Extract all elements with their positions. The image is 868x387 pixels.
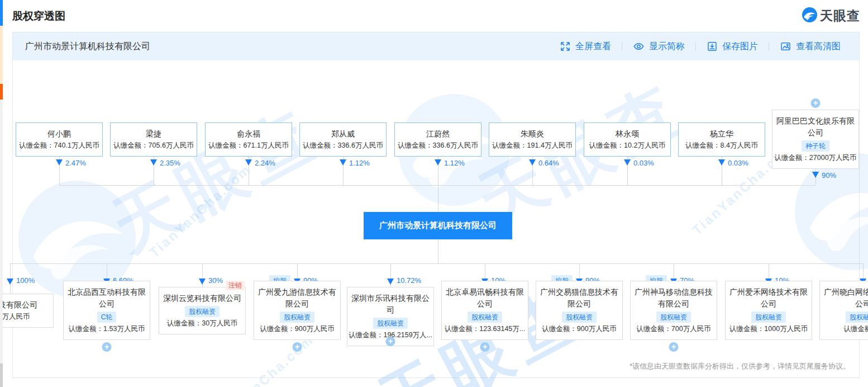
ownership-percent-label: 90%	[822, 171, 836, 180]
left-edge-strip-orange[interactable]	[0, 84, 3, 100]
shareholder-node[interactable]: 林永颂认缴金额：10.2万人民币	[584, 122, 671, 157]
subscribed-amount: 认缴金额：1000万人民币	[726, 323, 811, 334]
funding-round-tagline: 股权融资	[348, 316, 433, 329]
ownership-percent-label: 1.12%	[349, 159, 370, 167]
subsidiary-node[interactable]: 广州爱九游信息技术有限公司股权融资认缴金额：900万人民币	[254, 281, 341, 340]
subsidiary-node[interactable]: 息科技有限公司000万人民币	[0, 294, 54, 328]
toolbar-button-download[interactable]: 保存图片	[696, 41, 769, 53]
funding-round-tagline: 股权融资	[537, 310, 622, 323]
chart-toolbar: 广州市动景计算机科技有限公司 全屏查看显示简称保存图片查看高清图	[13, 32, 859, 60]
subsidiary-node[interactable]: 广州神马移动信息科技有限公司股权融资认缴金额：700万人民币	[630, 281, 717, 340]
subscribed-amount: 认缴金额：336.6万人民币	[301, 140, 385, 151]
funding-round-tag: 股权融资	[751, 312, 786, 323]
watermark-en-text: TianYanCha.com	[146, 161, 254, 261]
shareholder-node[interactable]: 杨立华认缴金额：8.4万人民币	[678, 122, 765, 157]
deregistered-status-badge: 注销	[226, 281, 245, 290]
funding-round-tagline: 股权融资	[442, 310, 527, 323]
shareholder-node[interactable]: 何小鹏认缴金额：740.1万人民币	[16, 122, 103, 157]
subscribed-amount: 000万人民币	[0, 311, 53, 322]
hd-image-icon	[780, 41, 791, 52]
subscribed-amount: 认缴金额：336.6万人民币	[395, 140, 480, 151]
arrow-down-icon	[529, 159, 536, 166]
subsidiary-name: 广州神马移动信息科技有限公司	[631, 286, 716, 310]
subscribed-amount: 认缴金额：705.6万人民币	[111, 140, 196, 151]
subsidiary-name: 广州爱九游信息技术有限公司	[255, 286, 340, 310]
toolbar-button-eye[interactable]: 显示简称	[622, 41, 695, 53]
ownership-percent-label: 0.64%	[538, 159, 559, 167]
subsidiary-node[interactable]: 深圳云览科技有限公司股权融资认缴金额：30万人民币	[159, 287, 246, 334]
tianyancha-logo[interactable]: 天眼查	[802, 7, 860, 25]
shareholder-node[interactable]: 朱顺炎认缴金额：191.4万人民币	[489, 122, 576, 157]
shareholder-name: 郑从威	[301, 128, 385, 140]
subscribed-amount: 认缴金额：191.4万人民币	[490, 140, 575, 151]
shareholder-name: 江蔚然	[395, 128, 480, 140]
toolbar-button-label: 保存图片	[722, 41, 758, 53]
subsidiary-node[interactable]: 广州晓白网络科技有限公司股权融资认缴金额：4	[819, 281, 868, 340]
expand-plus-icon[interactable]: +	[669, 342, 679, 352]
subscribed-amount: 认缴金额：900万人民币	[537, 323, 622, 334]
bottom-bus-line	[10, 263, 863, 264]
arrow-down-icon	[150, 159, 157, 166]
center-company-node[interactable]: 广州市动景计算机科技有限公司	[364, 212, 512, 239]
shareholder-node[interactable]: 梁捷认缴金额：705.6万人民币	[110, 122, 197, 157]
tianyancha-eye-icon	[802, 7, 817, 25]
toolbar-button-hd-image[interactable]: 查看高清图	[769, 41, 851, 53]
expand-plus-icon[interactable]: +	[293, 342, 302, 352]
shareholder-node[interactable]: 阿里巴巴文化娱乐有限公司种子轮认缴金额：27000万人民币	[772, 110, 859, 169]
ownership-percent-label: 2.24%	[255, 159, 275, 167]
expand-plus-icon[interactable]: +	[386, 337, 395, 346]
shareholder-name: 朱顺炎	[490, 128, 575, 140]
arrow-down-icon	[7, 279, 13, 285]
shareholder-node[interactable]: 江蔚然认缴金额：336.6万人民币	[394, 122, 481, 157]
chart-card: 广州市动景计算机科技有限公司 全屏查看显示简称保存图片查看高清图 天眼查Tian…	[12, 32, 860, 378]
subscribed-amount: 认缴金额：123.63145万...	[442, 323, 527, 334]
watermark-cn-text: 天眼查	[97, 89, 335, 272]
funding-round-tagline: 股权融资	[726, 310, 811, 323]
subscribed-amount: 认缴金额：30万人民币	[160, 318, 245, 329]
shareholder-name: 阿里巴巴文化娱乐有限公司	[773, 115, 858, 139]
toolbar-button-label: 查看高清图	[796, 41, 841, 53]
subscribed-amount: 认缴金额：8.4万人民币	[679, 140, 764, 151]
download-icon	[707, 41, 718, 52]
left-edge-strip-blue	[0, 0, 3, 26]
subsidiary-node[interactable]: 广州交易猫信息技术有限公司股权融资认缴金额：900万人民币	[536, 281, 623, 340]
left-edge-strip-gray	[0, 100, 3, 364]
subsidiary-name: 息科技有限公司	[0, 299, 53, 311]
fullscreen-icon	[560, 41, 571, 52]
subscribed-amount: 认缴金额：900万人民币	[255, 323, 340, 334]
subsidiary-name: 北京品西互动科技有限公司	[64, 286, 149, 310]
eye-icon	[633, 41, 645, 52]
subsidiary-node[interactable]: 北京品西互动科技有限公司C轮认缴金额：1.53万人民币	[63, 281, 150, 340]
funding-round-tag: C轮	[97, 312, 117, 323]
expand-plus-icon[interactable]: +	[480, 342, 490, 352]
shareholder-node[interactable]: 郑从威认缴金额：336.6万人民币	[299, 122, 387, 157]
shareholder-name: 梁捷	[111, 128, 196, 140]
subsidiary-node[interactable]: 广州爱禾网络技术有限公司股权融资认缴金额：1000万人民币	[725, 281, 812, 340]
toolbar-button-fullscreen[interactable]: 全屏查看	[549, 41, 622, 53]
funding-round-tag: 股权融资	[468, 312, 502, 323]
expand-plus-icon[interactable]: +	[102, 342, 112, 352]
center-bottom-connector	[438, 239, 438, 263]
arrow-down-icon	[435, 159, 441, 166]
ownership-percent-label: 10.72%	[397, 276, 421, 285]
toolbar-company-name: 广州市动景计算机科技有限公司	[25, 41, 150, 53]
subsidiary-name: 广州交易猫信息技术有限公司	[537, 286, 622, 310]
funding-round-tag: 股权融资	[846, 312, 868, 323]
arrow-down-icon	[340, 159, 346, 166]
funding-round-tagline: 股权融资	[255, 310, 340, 323]
subsidiary-node[interactable]: 北京卓易讯畅科技有限公司股权融资认缴金额：123.63145万...	[441, 281, 528, 340]
top-bus-line	[59, 185, 815, 186]
arrow-down-icon	[387, 279, 394, 285]
page-header: 股权穿透图 天眼查	[12, 0, 860, 32]
disclaimer-text: *该信息由天眼查数据库分析得出，仅供参考，详情见页尾服务协议。	[629, 361, 850, 371]
shareholder-node[interactable]: 俞永福认缴金额：671.1万人民币	[205, 122, 292, 157]
subscribed-amount: 认缴金额：27000万人民币	[773, 152, 858, 163]
funding-round-tag: 股权融资	[185, 306, 220, 317]
tianyancha-logo-text: 天眼查	[820, 7, 860, 25]
subscribed-amount: 认缴金额：740.1万人民币	[17, 140, 102, 151]
subscribed-amount: 认缴金额：671.1万人民币	[206, 140, 291, 151]
subscribed-amount: 认缴金额：1.53万人民币	[64, 323, 149, 334]
expand-plus-icon[interactable]: +	[811, 98, 821, 108]
center-top-connector	[438, 185, 438, 212]
ownership-percent-label: 0.03%	[633, 159, 654, 167]
